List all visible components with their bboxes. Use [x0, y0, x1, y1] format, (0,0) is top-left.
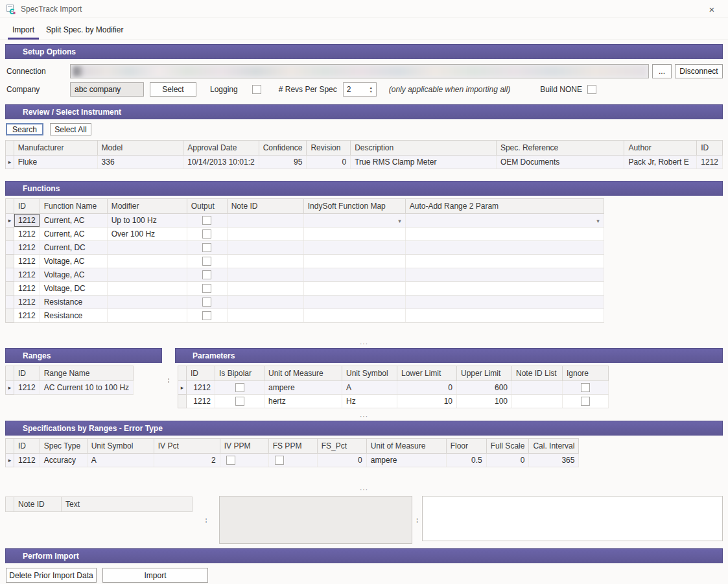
cell-function-name[interactable]: Voltage, DC [40, 282, 107, 296]
dropdown-icon[interactable]: ▾ [596, 216, 600, 224]
cell-note-id-list[interactable] [512, 395, 563, 408]
table-row[interactable]: 1212 Current, DC [6, 241, 604, 255]
output-checkbox[interactable] [202, 243, 211, 252]
cell-spec-reference[interactable]: OEM Documents [496, 156, 624, 169]
col-spec-reference[interactable]: Spec. Reference [496, 141, 624, 156]
search-button[interactable]: Search [6, 123, 43, 135]
cell-id[interactable]: 1212 [187, 395, 215, 408]
col-unit-symbol[interactable]: Unit Symbol [87, 439, 154, 454]
dropdown-icon[interactable]: ▾ [398, 216, 401, 224]
cell-auto-add[interactable]: ▾ [405, 214, 604, 228]
output-checkbox[interactable] [202, 257, 211, 266]
cell-note-id-list[interactable] [512, 381, 563, 395]
cell-modifier[interactable]: Up to 100 Hz [107, 214, 187, 228]
select-all-button[interactable]: Select All [50, 123, 91, 135]
cell-spec-type[interactable]: Accuracy [40, 454, 87, 467]
cell-upper-limit[interactable]: 100 [457, 395, 512, 408]
cell-unit-symbol[interactable]: A [342, 381, 397, 395]
horizontal-splitter[interactable]: ··· [5, 412, 723, 421]
cell-id[interactable]: 1212 [14, 282, 40, 296]
vertical-splitter[interactable]: ⁞ [193, 494, 219, 547]
disconnect-button[interactable]: Disconnect [675, 64, 723, 78]
output-checkbox[interactable] [202, 311, 211, 320]
cell-id[interactable]: 1212 [14, 255, 40, 268]
cell-range-name[interactable]: AC Current 10 to 100 Hz [40, 381, 133, 395]
revs-per-spec-stepper[interactable]: 2 ▲ ▼ [343, 82, 377, 97]
table-row[interactable]: ▸ 1212 Current, AC Up to 100 Hz ▾ ▾ [6, 214, 604, 228]
cell-id[interactable]: 1212 [14, 296, 40, 309]
cell-modifier[interactable] [107, 309, 187, 323]
import-button[interactable]: Import [102, 568, 208, 583]
table-row[interactable]: ▸ 1212 ampere A 0 600 [178, 381, 609, 395]
col-floor[interactable]: Floor [446, 439, 486, 454]
col-fs-pct[interactable]: FS_Pct [317, 439, 366, 454]
table-row[interactable]: 1212 Voltage, AC [6, 255, 604, 268]
cell-modifier[interactable] [107, 282, 187, 296]
cell-function-name[interactable]: Resistance [40, 309, 107, 323]
cell-function-name[interactable]: Resistance [40, 296, 107, 309]
fs-ppm-checkbox[interactable] [275, 456, 284, 465]
output-checkbox[interactable] [202, 270, 211, 279]
ignore-checkbox[interactable] [581, 383, 590, 392]
cell-fs-pct[interactable]: 0 [317, 454, 366, 467]
col-lower-limit[interactable]: Lower Limit [397, 366, 457, 381]
close-icon[interactable]: × [705, 2, 719, 16]
col-range-name[interactable]: Range Name [40, 366, 133, 381]
cell-id[interactable]: 1212 [14, 228, 40, 241]
horizontal-splitter[interactable]: ··· [5, 485, 723, 494]
cell-lower-limit[interactable]: 10 [397, 395, 457, 408]
cell-id[interactable]: 1212 [14, 241, 40, 255]
cell-confidence[interactable]: 95 [259, 156, 307, 169]
col-iv-ppm[interactable]: IV PPM [220, 439, 268, 454]
col-unit-of-measure[interactable]: Unit of Measure [264, 366, 342, 381]
col-id[interactable]: ID [187, 366, 215, 381]
col-auto-add-range[interactable]: Auto-Add Range 2 Param [405, 199, 604, 214]
col-revision[interactable]: Revision [307, 141, 351, 156]
table-row[interactable]: 1212 Current, AC Over 100 Hz [6, 228, 604, 241]
col-id[interactable]: ID [14, 366, 40, 381]
col-description[interactable]: Description [351, 141, 497, 156]
cell-id[interactable]: 1212 [697, 156, 723, 169]
cell-upper-limit[interactable]: 600 [457, 381, 512, 395]
col-id[interactable]: ID [14, 199, 40, 214]
cell-author[interactable]: Pack Jr, Robert E [624, 156, 697, 169]
iv-ppm-checkbox[interactable] [226, 456, 235, 465]
col-note-id[interactable]: Note ID [14, 497, 62, 512]
cell-unit-of-measure[interactable]: hertz [264, 395, 342, 408]
cell-function-name[interactable]: Voltage, AC [40, 255, 107, 268]
col-ignore[interactable]: Ignore [563, 366, 609, 381]
cell-id[interactable]: 1212 [14, 381, 40, 395]
table-row[interactable]: 1212 Resistance [6, 309, 604, 323]
build-none-checkbox[interactable] [587, 85, 596, 94]
vertical-splitter[interactable]: ⁞ [162, 348, 175, 412]
col-note-id[interactable]: Note ID [227, 199, 303, 214]
vertical-splitter[interactable]: ⁞ [412, 494, 422, 547]
col-id[interactable]: ID [14, 439, 40, 454]
col-model[interactable]: Model [97, 141, 183, 156]
browse-button[interactable]: ... [652, 64, 672, 78]
col-full-scale[interactable]: Full Scale [486, 439, 529, 454]
connection-input[interactable] [70, 64, 649, 78]
cell-lower-limit[interactable]: 0 [397, 381, 457, 395]
cell-id[interactable]: 1212 [14, 454, 40, 467]
col-cal-interval[interactable]: Cal. Interval [529, 439, 579, 454]
is-bipolar-checkbox[interactable] [235, 397, 244, 406]
cell-id[interactable]: 1212 [14, 214, 40, 228]
output-checkbox[interactable] [202, 284, 211, 293]
cell-modifier[interactable] [107, 296, 187, 309]
col-indysoft-function-map[interactable]: IndySoft Function Map [303, 199, 405, 214]
cell-approval-date[interactable]: 10/14/2013 10:01:2 [183, 156, 259, 169]
cell-floor[interactable]: 0.5 [446, 454, 486, 467]
is-bipolar-checkbox[interactable] [235, 383, 244, 392]
output-checkbox[interactable] [202, 216, 211, 225]
cell-modifier[interactable] [107, 268, 187, 282]
col-is-bipolar[interactable]: Is Bipolar [215, 366, 264, 381]
cell-cal-interval[interactable]: 365 [529, 454, 579, 467]
col-unit-of-measure[interactable]: Unit of Measure [366, 439, 446, 454]
output-checkbox[interactable] [202, 298, 211, 307]
table-row[interactable]: ▸ 1212 AC Current 10 to 100 Hz [6, 381, 134, 395]
table-row[interactable]: 1212 Voltage, DC [6, 282, 604, 296]
cell-unit-symbol[interactable]: Hz [342, 395, 397, 408]
cell-manufacturer[interactable]: Fluke [14, 156, 97, 169]
cell-function-name[interactable]: Current, DC [40, 241, 107, 255]
